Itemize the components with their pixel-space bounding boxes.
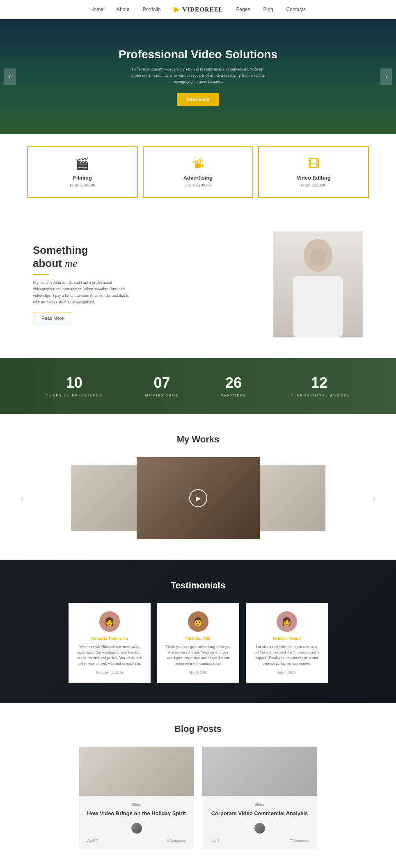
blog-image-0 [79, 747, 194, 796]
works-arrow-right[interactable]: › [372, 492, 375, 504]
blog-avatar-row-0 [86, 822, 188, 834]
testimonial-text-2: I needed a cool video for my newest song… [254, 644, 320, 666]
blog-section: Blog Posts Slides How Video Brings on th… [0, 703, 396, 868]
service-card-editing: 🎞 Video Editing From $350.00 [258, 146, 369, 198]
stats-section: 10 Years of Experience 07 Movies Shot 26… [0, 358, 396, 414]
nav-pages[interactable]: Pages [236, 7, 250, 12]
editing-price: From $350.00 [271, 182, 356, 187]
stat-experience-label: Years of Experience [46, 393, 103, 397]
site-logo: ▶ VIDEOREEL [174, 5, 223, 14]
testimonial-text-1: Thank you for a great advertising video … [165, 644, 231, 666]
blog-comments-1: 7 Comments [290, 838, 309, 843]
nav-contacts[interactable]: Contacts [286, 7, 306, 12]
stat-awards: 12 International Awards [288, 374, 350, 397]
hero-title: Professional Video Solutions [119, 48, 277, 61]
hero-section: ‹ Professional Video Solutions I offer h… [0, 19, 396, 134]
stat-partners: 26 Partners [221, 374, 246, 397]
works-side-right [260, 465, 325, 531]
about-body: My name is John Smith, and I am a profes… [33, 279, 131, 305]
blog-post-title-0[interactable]: How Video Brings on the Holiday Spirit [86, 810, 188, 817]
person-silhouette [273, 231, 363, 337]
blog-avatar-row-1 [209, 822, 311, 834]
stat-movies-number: 07 [145, 374, 179, 392]
testimonial-date-2: July 4, 2016 [254, 670, 320, 674]
testimonial-name-1: Nicholas Hill [165, 636, 231, 641]
advertising-icon: 📽 [156, 157, 240, 171]
stat-partners-label: Partners [221, 393, 246, 397]
advertising-price: From $200.00 [156, 182, 240, 187]
blog-meta-1: July 8 7 Comments [209, 838, 311, 843]
blog-category-0: Slides [86, 802, 188, 806]
filming-icon: 🎬 [40, 157, 125, 171]
svg-rect-1 [293, 276, 343, 337]
blog-image-1 [202, 747, 317, 796]
testimonial-name-2: Rebecca Wood [254, 636, 320, 641]
hero-arrow-right[interactable]: › [380, 68, 392, 85]
hero-arrow-left[interactable]: ‹ [4, 68, 16, 85]
testimonial-card-2: 👩 Rebecca Wood I needed a cool video for… [246, 603, 328, 683]
testimonials-title: Testimonials [16, 580, 380, 591]
testimonial-date-0: February 12, 2016 [77, 670, 142, 674]
navbar: Home About Portfolio ▶ VIDEOREEL Pages B… [0, 0, 396, 19]
works-slider: ‹ ▶ › [16, 457, 380, 539]
blog-card-1: Slides Corporate Video Commercial Analys… [202, 747, 317, 849]
blog-category-1: Slides [209, 802, 311, 806]
hero-read-more-button[interactable]: Read More [177, 93, 219, 106]
about-photo [273, 231, 363, 337]
blog-body-0: Slides How Video Brings on the Holiday S… [79, 796, 194, 849]
testimonial-card-0: 👩 Amanda Emberson Working with Videoreel… [69, 603, 151, 683]
testimonial-text-0: Working with Videoreel was an amazing ex… [77, 644, 142, 666]
blog-meta-0: April 7 6 Comments [86, 838, 188, 843]
service-card-advertising: 📽 Advertising From $200.00 [143, 146, 254, 198]
nav-home[interactable]: Home [90, 7, 103, 12]
blog-comments-0: 6 Comments [167, 838, 186, 843]
logo-icon: ▶ [174, 5, 180, 14]
testimonial-avatar-2: 👩 [277, 611, 297, 632]
about-divider [33, 274, 49, 275]
works-arrow-left[interactable]: ‹ [21, 492, 24, 504]
service-card-filming: 🎬 Filming From $500.00 [27, 146, 138, 198]
services-section: 🎬 Filming From $500.00 📽 Advertising Fro… [0, 134, 396, 210]
about-image [206, 231, 364, 337]
testimonials-section: Testimonials 👩 Amanda Emberson Working w… [0, 560, 396, 703]
logo-text: VIDEOREEL [182, 6, 223, 13]
filming-title: Filming [40, 175, 125, 181]
play-button[interactable]: ▶ [189, 489, 207, 507]
hero-description: I offer high-quality videography service… [128, 66, 268, 84]
works-title: My Works [16, 434, 380, 445]
blog-author-avatar-0 [130, 822, 143, 834]
testimonial-name-0: Amanda Emberson [77, 636, 142, 641]
blog-title: Blog Posts [25, 724, 371, 734]
editing-title: Video Editing [271, 175, 356, 181]
testimonial-avatar-0: 👩 [99, 611, 120, 632]
nav-blog[interactable]: Blog [263, 7, 273, 12]
blog-body-1: Slides Corporate Video Commercial Analys… [202, 796, 317, 849]
stat-awards-label: International Awards [288, 393, 350, 397]
stat-partners-number: 26 [221, 374, 246, 392]
testimonial-date-1: May 3, 2016 [165, 670, 231, 674]
about-section: Something about me My name is John Smith… [0, 210, 396, 358]
stat-experience-number: 10 [46, 374, 103, 392]
about-heading: Something about me [33, 244, 190, 269]
stat-movies-label: Movies Shot [145, 393, 179, 397]
nav-about[interactable]: About [117, 7, 129, 12]
testimonial-avatar-1: 👨 [188, 611, 208, 632]
blog-card-0: Slides How Video Brings on the Holiday S… [79, 747, 194, 849]
stat-awards-number: 12 [288, 374, 350, 392]
blog-author-avatar-1 [254, 822, 266, 834]
advertising-title: Advertising [156, 175, 240, 181]
blog-post-title-1[interactable]: Corporate Video Commercial Analysis [209, 810, 311, 817]
stat-experience: 10 Years of Experience [46, 374, 103, 397]
hero-content: Professional Video Solutions I offer hig… [119, 48, 277, 106]
testimonial-card-1: 👨 Nicholas Hill Thank you for a great ad… [157, 603, 239, 683]
editing-icon: 🎞 [271, 157, 356, 171]
works-side-left [71, 465, 137, 531]
svg-point-2 [310, 248, 326, 267]
about-text: Something about me My name is John Smith… [33, 244, 190, 324]
works-main-video[interactable]: ▶ [137, 457, 260, 539]
filming-price: From $500.00 [40, 182, 125, 187]
testimonials-grid: 👩 Amanda Emberson Working with Videoreel… [16, 603, 380, 683]
about-read-more-button[interactable]: Read More [33, 312, 72, 324]
blog-grid: Slides How Video Brings on the Holiday S… [25, 747, 371, 849]
nav-portfolio[interactable]: Portfolio [142, 7, 160, 12]
